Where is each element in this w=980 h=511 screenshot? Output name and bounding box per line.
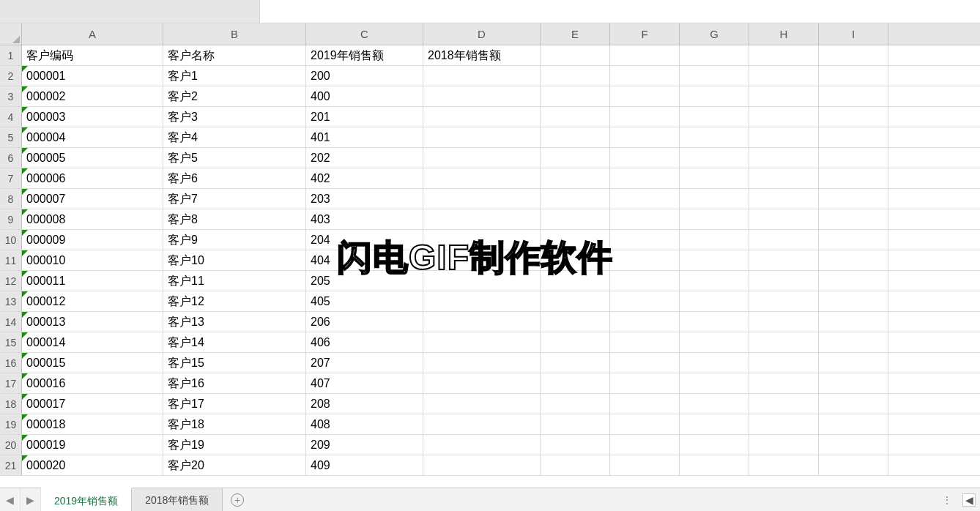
cell-D[interactable] bbox=[423, 168, 541, 188]
col-header-C[interactable]: C bbox=[306, 23, 423, 45]
cell-H[interactable] bbox=[749, 373, 819, 393]
cell-A[interactable]: 000014 bbox=[22, 332, 163, 352]
cell-C[interactable]: 408 bbox=[306, 414, 423, 434]
cell-G[interactable] bbox=[680, 45, 749, 65]
cell-D[interactable] bbox=[423, 291, 541, 311]
cell-I[interactable] bbox=[819, 168, 888, 188]
cell-E[interactable] bbox=[541, 414, 610, 434]
row-header[interactable]: 5 bbox=[0, 127, 22, 147]
cell-C[interactable]: 406 bbox=[306, 332, 423, 352]
cell-I[interactable] bbox=[819, 148, 888, 168]
hscroll-left-icon[interactable]: ◀ bbox=[962, 493, 976, 507]
col-header-F[interactable]: F bbox=[610, 23, 680, 45]
cell-A[interactable]: 000018 bbox=[22, 414, 163, 434]
cell-E[interactable] bbox=[541, 66, 610, 86]
cell-H[interactable] bbox=[749, 332, 819, 352]
cell-A[interactable]: 000001 bbox=[22, 66, 163, 86]
cell-I[interactable] bbox=[819, 209, 888, 229]
cell-G[interactable] bbox=[680, 373, 749, 393]
cell-D[interactable] bbox=[423, 332, 541, 352]
cell-F[interactable] bbox=[610, 332, 680, 352]
cell-G[interactable] bbox=[680, 455, 749, 475]
cell-H[interactable] bbox=[749, 209, 819, 229]
cell-E[interactable] bbox=[541, 86, 610, 106]
cell-B[interactable]: 客户13 bbox=[163, 312, 306, 332]
col-header-G[interactable]: G bbox=[680, 23, 749, 45]
cell-F[interactable] bbox=[610, 66, 680, 86]
formula-input[interactable] bbox=[260, 0, 980, 23]
cell-B[interactable]: 客户1 bbox=[163, 66, 306, 86]
cell-E[interactable] bbox=[541, 291, 610, 311]
cell-C[interactable]: 203 bbox=[306, 189, 423, 209]
cell-H[interactable] bbox=[749, 189, 819, 209]
cell-B[interactable]: 客户名称 bbox=[163, 45, 306, 65]
cell-I[interactable] bbox=[819, 250, 888, 270]
cell-A[interactable]: 000008 bbox=[22, 209, 163, 229]
cell-E[interactable] bbox=[541, 230, 610, 250]
cell-I[interactable] bbox=[819, 414, 888, 434]
add-sheet-button[interactable]: + bbox=[223, 488, 252, 511]
cell-F[interactable] bbox=[610, 312, 680, 332]
cell-A[interactable]: 000020 bbox=[22, 455, 163, 475]
cell-I[interactable] bbox=[819, 332, 888, 352]
sheet-tab-2018[interactable]: 2018年销售额 bbox=[132, 488, 223, 511]
cell-E[interactable] bbox=[541, 168, 610, 188]
row-header[interactable]: 1 bbox=[0, 45, 22, 65]
cell-B[interactable]: 客户5 bbox=[163, 148, 306, 168]
cell-F[interactable] bbox=[610, 168, 680, 188]
cell-H[interactable] bbox=[749, 435, 819, 455]
cell-E[interactable] bbox=[541, 209, 610, 229]
cell-F[interactable] bbox=[610, 107, 680, 127]
cell-F[interactable] bbox=[610, 373, 680, 393]
cell-E[interactable] bbox=[541, 189, 610, 209]
cell-A[interactable]: 000016 bbox=[22, 373, 163, 393]
row-header[interactable]: 6 bbox=[0, 148, 22, 168]
cell-G[interactable] bbox=[680, 291, 749, 311]
cell-A[interactable]: 000003 bbox=[22, 107, 163, 127]
cell-I[interactable] bbox=[819, 230, 888, 250]
spreadsheet-grid[interactable]: 1客户编码客户名称2019年销售额2018年销售额2000001客户120030… bbox=[0, 45, 980, 488]
cell-E[interactable] bbox=[541, 353, 610, 373]
cell-E[interactable] bbox=[541, 435, 610, 455]
sheetbar-more-icon[interactable]: ⋮ bbox=[938, 494, 958, 506]
cell-I[interactable] bbox=[819, 86, 888, 106]
cell-H[interactable] bbox=[749, 66, 819, 86]
cell-H[interactable] bbox=[749, 168, 819, 188]
cell-D[interactable]: 2018年销售额 bbox=[423, 45, 541, 65]
cell-G[interactable] bbox=[680, 189, 749, 209]
row-header[interactable]: 16 bbox=[0, 353, 22, 373]
row-header[interactable]: 10 bbox=[0, 230, 22, 250]
cell-H[interactable] bbox=[749, 414, 819, 434]
cell-C[interactable]: 405 bbox=[306, 291, 423, 311]
cell-A[interactable]: 客户编码 bbox=[22, 45, 163, 65]
cell-A[interactable]: 000013 bbox=[22, 312, 163, 332]
cell-D[interactable] bbox=[423, 189, 541, 209]
cell-D[interactable] bbox=[423, 353, 541, 373]
cell-D[interactable] bbox=[423, 66, 541, 86]
cell-C[interactable]: 407 bbox=[306, 373, 423, 393]
row-header[interactable]: 8 bbox=[0, 189, 22, 209]
cell-C[interactable]: 205 bbox=[306, 271, 423, 291]
cell-G[interactable] bbox=[680, 271, 749, 291]
cell-F[interactable] bbox=[610, 435, 680, 455]
sheet-nav-next-icon[interactable]: ▶ bbox=[21, 488, 41, 511]
cell-C[interactable]: 404 bbox=[306, 250, 423, 270]
row-header[interactable]: 21 bbox=[0, 455, 22, 475]
sheet-nav-prev-icon[interactable]: ◀ bbox=[0, 488, 21, 511]
cell-F[interactable] bbox=[610, 189, 680, 209]
cell-A[interactable]: 000017 bbox=[22, 394, 163, 414]
cell-G[interactable] bbox=[680, 414, 749, 434]
cell-E[interactable] bbox=[541, 312, 610, 332]
cell-F[interactable] bbox=[610, 414, 680, 434]
cell-H[interactable] bbox=[749, 107, 819, 127]
cell-A[interactable]: 000015 bbox=[22, 353, 163, 373]
cell-G[interactable] bbox=[680, 353, 749, 373]
cell-C[interactable]: 201 bbox=[306, 107, 423, 127]
cell-G[interactable] bbox=[680, 250, 749, 270]
cell-C[interactable]: 204 bbox=[306, 230, 423, 250]
row-header[interactable]: 4 bbox=[0, 107, 22, 127]
cell-I[interactable] bbox=[819, 353, 888, 373]
cell-C[interactable]: 409 bbox=[306, 455, 423, 475]
cell-E[interactable] bbox=[541, 271, 610, 291]
cell-I[interactable] bbox=[819, 435, 888, 455]
